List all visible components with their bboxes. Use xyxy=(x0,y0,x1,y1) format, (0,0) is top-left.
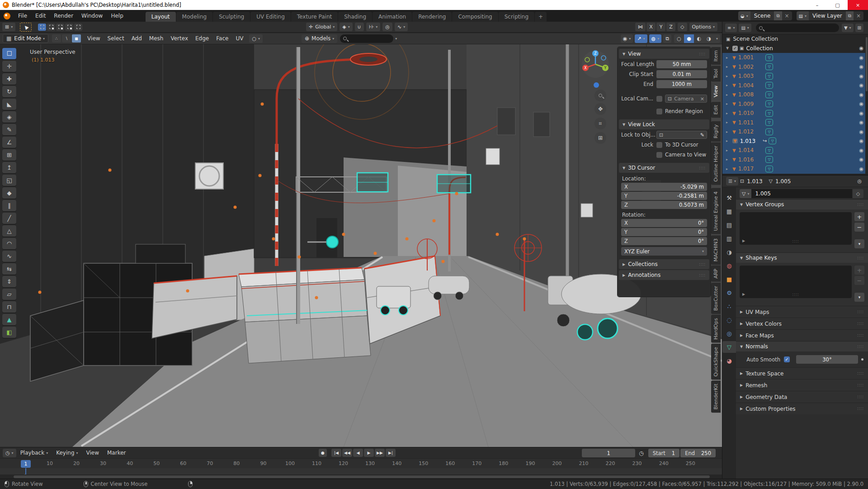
scene-collection-row[interactable]: ▣ Scene Collection xyxy=(722,34,865,44)
timeline-tick-220[interactable]: 220 xyxy=(606,461,615,466)
mode-dropdown[interactable]: ▦Edit Mode▾ xyxy=(3,34,48,43)
timeline-tick-20[interactable]: 20 xyxy=(73,461,80,466)
normals-header[interactable]: ▼Normals:::: xyxy=(736,341,868,351)
panel-vertex-colors[interactable]: ▶Vertex Colors:::: xyxy=(736,318,868,329)
n-panel-tab-tool[interactable]: Tool xyxy=(711,66,721,81)
panel-face-maps[interactable]: ▶Face Maps:::: xyxy=(736,329,868,341)
tool-bevel[interactable]: ◆ xyxy=(2,187,16,199)
add-shape-key-button[interactable]: + xyxy=(854,266,864,275)
eye-icon[interactable]: ◉ xyxy=(859,73,863,79)
tab-modeling[interactable]: Modeling xyxy=(176,12,213,22)
outliner-scrollbar[interactable] xyxy=(866,37,868,91)
n-panel-tab-edit[interactable]: Edit xyxy=(711,102,721,118)
move-view-icon[interactable]: ✥ xyxy=(594,103,606,115)
auto-smooth-angle-field[interactable]: 30° xyxy=(796,355,858,364)
shading-material-icon[interactable]: ◐ xyxy=(694,34,704,43)
select-mode-new[interactable] xyxy=(38,24,46,31)
tool-spin[interactable]: ◠ xyxy=(2,238,16,249)
current-frame-badge[interactable]: 1 xyxy=(21,460,31,468)
clip-end-field[interactable]: 1000 m xyxy=(656,80,707,88)
tab-compositing[interactable]: Compositing xyxy=(452,12,498,22)
tab-rendering[interactable]: Rendering xyxy=(412,12,452,22)
add-workspace-button[interactable]: + xyxy=(535,12,547,22)
timeline-tick-90[interactable]: 90 xyxy=(260,461,266,466)
n-panel-tab-arp[interactable]: ARP xyxy=(711,266,721,282)
outliner-display-mode-dropdown[interactable]: ≡▾ xyxy=(725,24,737,32)
eye-icon[interactable]: ◉ xyxy=(859,101,863,107)
tab-shading[interactable]: Shading xyxy=(338,12,372,22)
view-layer-icon[interactable]: ▤▾ xyxy=(797,11,809,20)
view-panel-header[interactable]: ▼View:::: xyxy=(619,49,709,59)
properties-tab-object[interactable]: ■ xyxy=(722,273,736,285)
blenderkit-models-dropdown[interactable]: ⊕Models▾ xyxy=(302,34,337,43)
timeline-track-area[interactable] xyxy=(0,468,722,475)
stopwatch-icon[interactable]: ◷ xyxy=(639,450,643,456)
expand-icon[interactable]: ▸ xyxy=(726,111,731,115)
timeline-tick-50[interactable]: 50 xyxy=(153,461,160,466)
outliner-row-1.013[interactable]: ▸▼1.013↪▽◉ xyxy=(722,137,865,146)
outliner-row-1.016[interactable]: ▸▼1.016▽◉ xyxy=(722,155,865,165)
xray-toggle[interactable]: ⧉ xyxy=(663,34,671,43)
tool-rip-region[interactable]: ⊓ xyxy=(2,301,16,313)
vertex-groups-header[interactable]: ▼Vertex Groups:::: xyxy=(736,199,868,209)
tab-scripting[interactable]: Scripting xyxy=(499,12,534,22)
expand-icon[interactable]: ▸ xyxy=(726,148,731,152)
datablock-name-field[interactable]: 1.005 xyxy=(751,189,852,198)
expand-icon[interactable]: ▸ xyxy=(726,157,731,161)
view-lock-panel-header[interactable]: ▼View Lock xyxy=(619,119,709,129)
cursor-location-y[interactable]: Y-0.2581 m xyxy=(621,192,707,200)
auto-smooth-checkbox[interactable]: ✓ xyxy=(784,356,790,362)
timeline-tick-150[interactable]: 150 xyxy=(419,461,428,466)
outliner-row-1.011[interactable]: ▸▼1.011▽◉ xyxy=(722,118,865,128)
timeline-tick-70[interactable]: 70 xyxy=(207,461,213,466)
viewport-menu-vertex[interactable]: Vertex xyxy=(167,35,192,42)
breadcrumb-object[interactable]: 1.013 xyxy=(747,178,762,185)
mirror-y-button[interactable]: Y xyxy=(656,23,665,31)
gizmos-dropdown[interactable]: ↗▾ xyxy=(635,34,647,43)
keying-menu[interactable]: Keying▾ xyxy=(52,450,82,456)
shape-key-specials-dropdown[interactable]: ▾ xyxy=(854,293,864,302)
view-menu[interactable]: View xyxy=(82,450,103,456)
expand-icon[interactable]: ▸ xyxy=(726,56,731,60)
viewport-menu-select[interactable]: Select xyxy=(104,35,128,42)
tool-edge-slide[interactable]: ⇆ xyxy=(2,263,16,275)
timeline-tick-60[interactable]: 60 xyxy=(180,461,186,466)
expand-icon[interactable]: ▸ xyxy=(726,65,731,69)
pin-icon[interactable]: ◎ xyxy=(857,178,862,184)
barrier-main[interactable] xyxy=(239,268,371,363)
expand-icon[interactable]: ▸ xyxy=(726,130,731,134)
viewport-3d[interactable]: User Perspective (1) 1.013 ☐✛✚↻◣◈✎∠⊞↥◱◆∥… xyxy=(0,44,722,447)
tool-rotate[interactable]: ↻ xyxy=(2,86,16,97)
properties-tab-view-layer[interactable]: ▥ xyxy=(722,233,736,244)
scene-name[interactable]: Scene xyxy=(750,13,774,19)
viewport-menu-add[interactable]: Add xyxy=(128,35,146,42)
timeline-tick-230[interactable]: 230 xyxy=(632,461,642,466)
tab-uv-editing[interactable]: UV Editing xyxy=(250,12,291,22)
eye-icon[interactable]: ◉ xyxy=(859,166,863,172)
prev-keyframe-button[interactable]: ◀◀ xyxy=(342,449,352,457)
lock-3d-cursor-checkbox[interactable] xyxy=(656,142,662,148)
cursor-panel-header[interactable]: ▼3D Cursor:::: xyxy=(619,163,709,173)
eye-icon[interactable]: ◉ xyxy=(859,110,863,116)
blenderkit-expand-icon[interactable]: ▾ xyxy=(395,37,397,41)
new-view-layer-icon[interactable]: ⧉ xyxy=(846,11,854,20)
maximize-button[interactable]: ▢ xyxy=(827,0,848,10)
properties-tab-modifiers[interactable]: ⚙ xyxy=(722,287,736,299)
tool-boxcutter[interactable]: ◧ xyxy=(2,327,16,338)
eye-icon[interactable]: ◉ xyxy=(859,129,863,135)
expand-icon[interactable]: ▸ xyxy=(726,102,731,106)
rotation-mode-dropdown[interactable]: XYZ Euler▾ xyxy=(621,247,707,256)
end-frame-field[interactable]: End250 xyxy=(680,449,716,457)
ortho-grid-icon[interactable]: ⊞ xyxy=(594,132,606,144)
viewport-menu-edge[interactable]: Edge xyxy=(192,35,212,42)
eye-icon[interactable]: ◉ xyxy=(859,55,863,61)
n-panel-tab-rigify[interactable]: Rigify xyxy=(711,121,721,142)
shape-keys-list[interactable]: ▶:::: xyxy=(740,266,852,298)
properties-tab-object-data[interactable]: ▽ xyxy=(722,341,736,353)
focal-length-field[interactable]: 50 mm xyxy=(656,60,707,68)
timeline-tick-250[interactable]: 250 xyxy=(686,461,695,466)
options-dropdown[interactable]: Options▾ xyxy=(689,23,717,31)
camera-dot-icon[interactable] xyxy=(594,82,599,88)
n-panel-tab-machin3[interactable]: MACHIN3 xyxy=(711,235,721,265)
camera-to-view-checkbox[interactable] xyxy=(656,152,662,158)
